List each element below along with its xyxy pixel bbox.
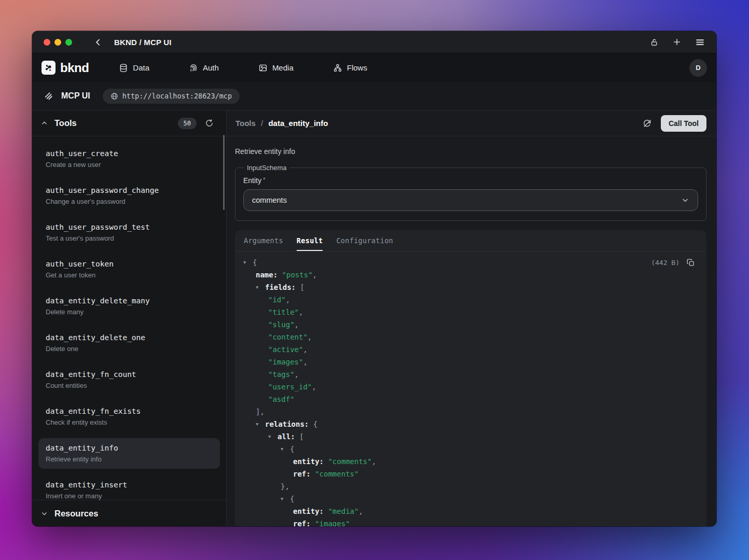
nav-item-auth[interactable]: Auth: [189, 63, 219, 73]
json-token: fields:: [265, 281, 300, 293]
tool-name: auth_user_token: [46, 260, 213, 268]
json-token: entity:: [293, 505, 328, 517]
tool-list-item-data_entity_info[interactable]: data_entity_infoRetrieve entity info: [38, 438, 220, 469]
json-token: },: [281, 480, 289, 493]
tool-description: Change a user's password: [46, 198, 213, 205]
entity-select[interactable]: comments: [243, 189, 698, 211]
refresh-tools-icon[interactable]: [205, 119, 214, 128]
lock-icon[interactable]: [650, 38, 659, 47]
json-line: "title",: [243, 306, 706, 318]
collapse-arrow-icon[interactable]: ▼: [268, 430, 278, 443]
menu-icon[interactable]: [695, 37, 705, 47]
json-token: "tags": [268, 368, 295, 381]
mcp-icon: [44, 91, 54, 101]
close-window-button[interactable]: [44, 39, 50, 46]
json-token: ,: [299, 306, 303, 318]
breadcrumb-separator: /: [261, 119, 263, 128]
chevron-up-icon: [40, 119, 48, 127]
json-line: "active",: [243, 343, 706, 356]
input-schema-legend: InputSchema: [244, 164, 289, 172]
image-icon: [258, 63, 268, 73]
app-nav-bar: bknd Data Auth Media: [32, 53, 716, 82]
copy-icon[interactable]: [686, 258, 695, 267]
tool-name: data_entity_info: [46, 444, 213, 452]
nav-item-data[interactable]: Data: [119, 63, 149, 73]
json-token: "active": [268, 343, 303, 356]
back-icon[interactable]: [94, 38, 103, 47]
json-line: entity: "media",: [243, 505, 706, 517]
json-token: ,: [308, 331, 312, 343]
collapse-arrow-icon[interactable]: ▼: [256, 418, 265, 430]
tool-name: auth_user_create: [46, 149, 213, 158]
json-token: "users_id": [268, 381, 312, 393]
json-line: "asdf": [243, 393, 706, 405]
new-tab-icon[interactable]: [672, 37, 682, 47]
json-line: "images",: [243, 356, 706, 368]
json-viewer: (442 B) ▼{name: "posts",▼fields: ["id","…: [235, 251, 706, 526]
mcp-sub-header: MCP UI http://localhost:28623/mcp: [32, 82, 716, 110]
auto-refresh-off-icon[interactable]: [643, 119, 652, 128]
json-token: "media": [328, 505, 358, 517]
json-token: ref:: [293, 468, 315, 480]
tool-name: data_entity_insert: [46, 481, 213, 489]
tool-list-item-auth_user_create[interactable]: auth_user_createCreate a new user: [38, 144, 220, 174]
json-token: "posts": [282, 269, 313, 281]
tool-name: data_entity_fn_count: [46, 370, 213, 379]
tool-list-item-auth_user_password_change[interactable]: auth_user_password_changeChange a user's…: [38, 180, 220, 211]
tool-list-item-data_entity_fn_count[interactable]: data_entity_fn_countCount entities: [38, 365, 220, 395]
entity-select-value: comments: [252, 196, 287, 204]
minimize-window-button[interactable]: [54, 39, 61, 46]
result-tabs: ArgumentsResultConfiguration: [235, 230, 706, 251]
resources-section-header[interactable]: Resources: [32, 500, 226, 526]
json-token: "comments": [315, 468, 358, 480]
window-title: BKND / MCP UI: [114, 38, 172, 47]
json-token: ,: [295, 318, 299, 331]
breadcrumb-section[interactable]: Tools: [235, 119, 256, 128]
tool-list-item-data_entity_delete_many[interactable]: data_entity_delete_manyDelete many: [38, 291, 220, 321]
json-line: "slug",: [243, 318, 706, 331]
json-token: "images": [268, 356, 303, 368]
call-tool-button[interactable]: Call Tool: [661, 115, 706, 132]
brand-logo[interactable]: bknd: [41, 61, 89, 75]
tool-list-item-data_entity_delete_one[interactable]: data_entity_delete_oneDelete one: [38, 328, 220, 358]
tool-list-item-data_entity_fn_exists[interactable]: data_entity_fn_existsCheck if entity exi…: [38, 401, 220, 432]
tab-configuration[interactable]: Configuration: [336, 230, 393, 251]
bknd-logo-icon: [41, 61, 56, 75]
collapse-arrow-icon[interactable]: ▼: [256, 281, 265, 293]
collapse-arrow-icon[interactable]: ▼: [281, 443, 290, 455]
json-token: ,: [295, 368, 299, 381]
tab-arguments[interactable]: Arguments: [244, 230, 283, 251]
json-token: "id": [268, 293, 286, 306]
fingerprint-icon: [189, 63, 198, 73]
tools-section-header[interactable]: Tools 50: [32, 110, 226, 136]
tool-description: Test a user's password: [46, 235, 213, 242]
json-line: "users_id",: [243, 381, 706, 393]
collapse-arrow-icon[interactable]: ▼: [281, 493, 290, 505]
json-token: ,: [358, 505, 363, 517]
tool-description: Insert one or many: [46, 493, 213, 500]
nav-item-label: Media: [272, 63, 294, 72]
tool-list-item-auth_user_token[interactable]: auth_user_tokenGet a user token: [38, 254, 220, 285]
tab-result[interactable]: Result: [297, 230, 323, 251]
json-token: ,: [372, 455, 376, 468]
zoom-window-button[interactable]: [65, 39, 72, 46]
tool-list-item-data_entity_insert[interactable]: data_entity_insertInsert one or many: [38, 475, 220, 500]
tool-name: auth_user_password_change: [46, 186, 213, 194]
nav-item-flows[interactable]: Flows: [333, 63, 367, 73]
brand-name: bknd: [60, 61, 89, 75]
json-token: [: [300, 281, 304, 293]
sidebar-scrollbar[interactable]: [223, 135, 225, 210]
required-asterisk: *: [263, 176, 266, 184]
tool-list-item-auth_user_password_test[interactable]: auth_user_password_testTest a user's pas…: [38, 217, 220, 248]
json-line: ▼{: [243, 443, 706, 455]
json-token: all:: [278, 430, 299, 443]
json-line: entity: "comments",: [243, 455, 706, 468]
collapse-arrow-icon[interactable]: ▼: [243, 256, 253, 269]
json-token: "asdf": [268, 393, 295, 405]
nav-item-media[interactable]: Media: [258, 63, 294, 73]
json-line: name: "posts",: [243, 269, 706, 281]
json-line: "content",: [243, 331, 706, 343]
server-url[interactable]: http://localhost:28623/mcp: [103, 89, 240, 104]
tool-name: data_entity_delete_many: [46, 297, 213, 305]
user-avatar[interactable]: D: [689, 59, 707, 77]
